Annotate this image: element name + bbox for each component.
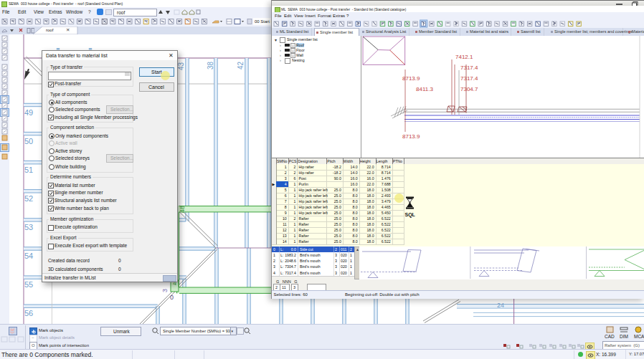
- svg-text:DIM: DIM: [620, 334, 628, 339]
- svg-text:38: 38: [207, 61, 214, 70]
- svg-text:MCAD: MCAD: [634, 334, 644, 339]
- svg-text:49: 49: [24, 108, 33, 117]
- svg-text:CAD: CAD: [605, 334, 615, 339]
- svg-text:3: 3: [161, 289, 169, 292]
- svg-text:42: 42: [237, 61, 245, 70]
- svg-text:52: 52: [24, 194, 33, 203]
- svg-text:56: 56: [24, 309, 33, 317]
- svg-text:SQL: SQL: [405, 212, 416, 218]
- svg-text:0: 0: [170, 294, 174, 301]
- svg-text:53: 53: [24, 223, 33, 231]
- svg-text:8411.3: 8411.3: [416, 86, 433, 92]
- svg-text:43: 43: [177, 62, 185, 70]
- svg-text:55: 55: [24, 280, 33, 289]
- svg-text:8713.9: 8713.9: [402, 75, 420, 82]
- svg-text:24: 24: [497, 302, 504, 309]
- svg-text:51: 51: [24, 166, 33, 174]
- svg-text:7317.4: 7317.4: [460, 64, 478, 71]
- svg-text:8713.9: 8713.9: [402, 133, 420, 140]
- svg-text:48: 48: [179, 206, 186, 213]
- svg-text:7317.4: 7317.4: [460, 75, 478, 82]
- svg-text:7304.7: 7304.7: [460, 86, 478, 92]
- svg-text:7412.1: 7412.1: [455, 54, 473, 60]
- svg-text:50: 50: [24, 137, 33, 145]
- svg-text:54: 54: [24, 252, 33, 260]
